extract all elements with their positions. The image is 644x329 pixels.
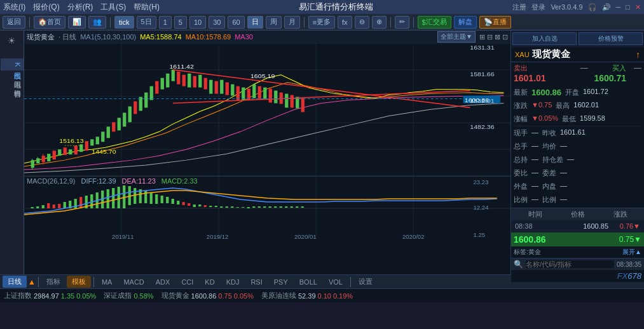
- register-btn[interactable]: 注册: [512, 3, 526, 12]
- period-1[interactable]: 1: [159, 16, 172, 29]
- svg-rect-22: [69, 149, 72, 154]
- hand-value: —: [530, 127, 540, 139]
- add-watchlist-btn[interactable]: 加入自选: [512, 32, 577, 45]
- sidebar-kline[interactable]: K线图: [1, 58, 24, 70]
- speaker-icon: 🔊: [602, 3, 611, 11]
- all-theme-button[interactable]: 全部主题▼: [437, 31, 476, 43]
- menu-bar[interactable]: 系统(I) 报价(Q) 分析(R) 工具(S) 帮助(H): [3, 2, 160, 13]
- sidebar-flash[interactable]: 闪电图: [1, 72, 24, 79]
- svg-rect-13: [36, 158, 39, 163]
- sep1: [29, 17, 30, 27]
- tab-indicator[interactable]: 指标: [41, 276, 65, 288]
- period-30[interactable]: 30: [209, 16, 225, 29]
- main-layout: ☀ 分时图 K线图 闪电图 合约资料 现货黄金 · 日线 MA1(5,10,30…: [0, 30, 644, 274]
- unpack-button[interactable]: 解盘: [454, 16, 477, 29]
- search-input[interactable]: [526, 260, 614, 268]
- high-label: 最高: [556, 100, 570, 112]
- svg-rect-115: [188, 203, 190, 206]
- window-controls[interactable]: 注册 登录 Ver3.0.4.9 🎧 🔊 ─ □ ✕: [512, 3, 641, 12]
- svg-rect-124: [236, 207, 239, 208]
- period-10[interactable]: 10: [189, 16, 206, 29]
- menu-tools[interactable]: 工具(S): [100, 2, 126, 13]
- buy-label: 买入: [591, 64, 626, 73]
- formula-button[interactable]: fx: [338, 16, 352, 29]
- users-icon: 👥: [93, 18, 102, 26]
- svg-rect-47: [177, 72, 180, 84]
- expand-btn[interactable]: 展开▲: [622, 248, 641, 257]
- chart-area: 现货黄金 · 日线 MA1(5,10,30,100) MA5:1588.74 M…: [24, 30, 510, 274]
- symbol-label: 现货黄金: [27, 32, 55, 42]
- svg-rect-113: [177, 201, 179, 205]
- maximize-btn[interactable]: □: [626, 3, 630, 11]
- users-button[interactable]: 👥: [88, 16, 106, 29]
- symbol-code: XAU: [515, 51, 530, 58]
- tab-boll[interactable]: BOLL: [294, 277, 322, 287]
- chart-control-icons[interactable]: ⊞ ⊟ ⊠ ⊡: [479, 33, 508, 41]
- pencil-button[interactable]: ✏: [395, 16, 409, 29]
- price-alert-btn[interactable]: 价格预警: [579, 32, 643, 45]
- market-button[interactable]: 📊: [68, 16, 86, 29]
- tab-kdj[interactable]: KDJ: [221, 277, 245, 287]
- svg-rect-129: [263, 206, 266, 208]
- tab-macd[interactable]: MACD: [118, 277, 149, 287]
- tick-button[interactable]: tick: [114, 16, 134, 29]
- svg-text:2019/11: 2019/11: [112, 234, 134, 240]
- svg-rect-110: [161, 196, 163, 203]
- ratio2-value: —: [559, 194, 568, 206]
- tab-daily[interactable]: 日线: [3, 276, 27, 288]
- sidebar-contract[interactable]: 合约资料: [1, 81, 24, 88]
- tab-ma[interactable]: MA: [97, 277, 118, 287]
- tab-cci[interactable]: CCI: [176, 277, 198, 287]
- exchange-button[interactable]: $ 汇交易: [418, 16, 451, 29]
- svg-rect-69: [291, 95, 294, 108]
- period-60[interactable]: 60: [228, 16, 244, 29]
- macd-chart-area[interactable]: MACD(26,12,9) DIFF:12.39 DEA:11.23 MACD:…: [24, 177, 510, 240]
- main-chart-area[interactable]: 1516.13 1445.70: [24, 43, 510, 177]
- tab-adx[interactable]: ADX: [151, 277, 175, 287]
- oil-change: 0.10: [318, 292, 331, 300]
- tab-kd[interactable]: KD: [200, 277, 219, 287]
- period-5d[interactable]: 5日: [137, 16, 156, 29]
- svg-rect-117: [198, 205, 201, 206]
- chart-canvas[interactable]: 1516.13 1445.70: [24, 43, 510, 274]
- avg-price-value: —: [559, 140, 568, 152]
- tab-vol[interactable]: VOL: [324, 277, 348, 287]
- sep3: [304, 17, 305, 27]
- svg-rect-18: [47, 154, 50, 161]
- more-button[interactable]: ≡ 更多: [308, 16, 335, 29]
- svg-rect-36: [134, 102, 137, 114]
- ma30-label: MA30: [235, 33, 253, 41]
- tab-template[interactable]: 模板: [67, 276, 91, 288]
- minimize-btn[interactable]: ─: [616, 3, 621, 11]
- tab-sep1: [38, 277, 39, 287]
- tab-psy[interactable]: PSY: [269, 277, 293, 287]
- svg-rect-58: [236, 86, 240, 100]
- menu-analysis[interactable]: 分析(R): [67, 2, 93, 13]
- svg-rect-15: [42, 156, 45, 162]
- period-5[interactable]: 5: [174, 16, 187, 29]
- login-btn[interactable]: 登录: [531, 3, 545, 12]
- svg-rect-34: [123, 112, 126, 126]
- menu-system[interactable]: 系统(I): [3, 2, 25, 13]
- svg-text:1631.31: 1631.31: [470, 44, 495, 51]
- inner-label: 内盘: [542, 180, 556, 192]
- live-button[interactable]: 📡 直播: [479, 16, 511, 29]
- minus-button[interactable]: ⊖: [355, 16, 369, 29]
- period-daily[interactable]: 日: [247, 16, 263, 29]
- menu-help[interactable]: 帮助(H): [134, 2, 160, 13]
- back-button[interactable]: 返回: [3, 16, 25, 29]
- tab-rsi[interactable]: RSI: [245, 277, 267, 287]
- period-weekly[interactable]: 周: [266, 16, 282, 29]
- search-icon: 🔍: [514, 260, 523, 269]
- status-bar: 上证指数 2984.97 1.35 0.05% 深证成指 0.58% 现货黄金 …: [0, 288, 644, 302]
- menu-quote[interactable]: 报价(Q): [33, 2, 59, 13]
- tab-settings[interactable]: 设置: [353, 276, 378, 288]
- period-monthly[interactable]: 月: [284, 16, 300, 29]
- oil-pct: 0.19%: [333, 292, 353, 300]
- sidebar-timeshare[interactable]: 分时图: [1, 50, 24, 57]
- weizhi-label: 委比: [514, 167, 528, 179]
- close-btn[interactable]: ✕: [635, 3, 641, 11]
- plus-button[interactable]: ⊕: [372, 16, 387, 29]
- svg-text:1611.42: 1611.42: [169, 63, 194, 70]
- home-button[interactable]: 🏠 首页: [34, 16, 65, 29]
